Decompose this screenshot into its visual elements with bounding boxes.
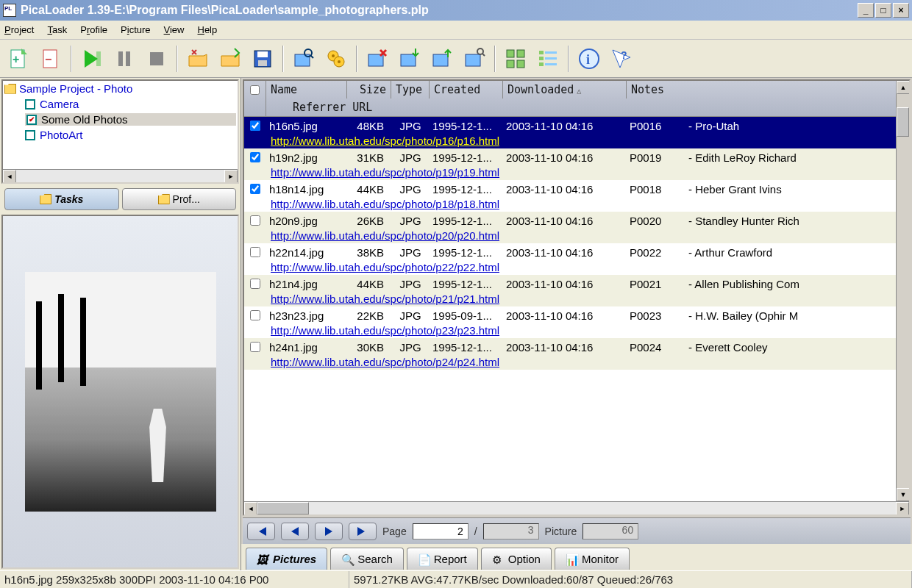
menu-task[interactable]: Task [47, 24, 67, 35]
header-checkbox[interactable] [244, 81, 266, 98]
table-row[interactable]: h21n4.jpg 44KB JPG 1995-12-1... 2003-11-… [244, 275, 909, 306]
scroll-left-icon[interactable]: ◄ [244, 502, 257, 515]
play-button[interactable] [76, 43, 107, 74]
cell-type: JPG [391, 120, 430, 132]
vertical-scrollbar[interactable]: ▲ ▼ [896, 81, 909, 501]
maximize-button[interactable]: □ [875, 3, 891, 18]
scroll-thumb[interactable] [257, 502, 309, 514]
referrer-link[interactable]: http://www.lib.utah.edu/spc/photo/p23/p2… [271, 324, 499, 337]
toolbar-separator [177, 46, 178, 72]
save-button[interactable] [247, 43, 278, 74]
download-picture-button[interactable] [394, 43, 425, 74]
tab-tasks[interactable]: Tasks [4, 188, 119, 210]
tree-checkbox[interactable] [25, 99, 35, 110]
column-notes[interactable]: Notes [627, 81, 909, 98]
tree-item[interactable]: PhotoArt [25, 129, 236, 141]
scroll-track[interactable] [16, 170, 224, 182]
tree-checkbox[interactable]: ✔ [26, 115, 37, 125]
prev-page-button[interactable] [281, 523, 309, 540]
find-button[interactable] [288, 43, 319, 74]
settings-button[interactable] [321, 43, 352, 74]
column-downloaded[interactable]: Downloaded△ [503, 81, 627, 98]
page-input[interactable] [413, 523, 469, 539]
open-button[interactable] [182, 43, 213, 74]
column-type[interactable]: Type [391, 81, 430, 98]
toolbar-separator [282, 46, 284, 72]
row-checkbox[interactable] [250, 279, 260, 289]
column-name[interactable]: Name [266, 81, 347, 98]
table-row[interactable]: h24n1.jpg 30KB JPG 1995-12-1... 2003-11-… [244, 338, 909, 370]
upload-picture-button[interactable] [427, 43, 457, 74]
menu-view[interactable]: View [164, 24, 185, 35]
tab-option[interactable]: ⚙Option [481, 548, 552, 570]
stop-button[interactable] [141, 43, 172, 74]
svg-rect-28 [539, 57, 544, 60]
column-referrer[interactable]: Referrer URL [266, 98, 909, 116]
tab-monitor[interactable]: 📊Monitor [555, 548, 630, 570]
scroll-down-icon[interactable]: ▼ [897, 488, 910, 501]
row-checkbox[interactable] [250, 342, 260, 352]
thumbnail-view-button[interactable] [500, 43, 531, 74]
last-page-button[interactable] [349, 523, 377, 540]
scroll-up-icon[interactable]: ▲ [897, 81, 910, 94]
tree-scrollbar[interactable]: ◄ ► [3, 169, 238, 182]
cell-size: 38KB [347, 246, 391, 259]
cell-id: P0018 [627, 183, 685, 196]
delete-picture-button[interactable] [362, 43, 393, 74]
row-checkbox[interactable] [250, 184, 260, 194]
close-button[interactable]: × [893, 3, 909, 18]
tab-profiles[interactable]: Prof... [122, 188, 237, 210]
scroll-right-icon[interactable]: ► [896, 502, 909, 515]
column-size[interactable]: Size [347, 81, 391, 98]
cell-downloaded: 2003-11-10 04:16 [503, 278, 627, 290]
row-checkbox[interactable] [250, 215, 260, 226]
table-row[interactable]: h19n2.jpg 31KB JPG 1995-12-1... 2003-11-… [244, 148, 909, 180]
right-pane: Name Size Type Created Downloaded△ Notes… [241, 78, 912, 570]
referrer-link[interactable]: http://www.lib.utah.edu/spc/photo/p21/p2… [271, 293, 499, 305]
new-task-button[interactable]: + [3, 43, 34, 74]
tab-search[interactable]: 🔍Search [330, 548, 404, 570]
horizontal-scrollbar[interactable]: ◄ ► [244, 501, 909, 514]
column-created[interactable]: Created [430, 81, 503, 98]
info-button[interactable]: i [574, 43, 605, 74]
referrer-link[interactable]: http://www.lib.utah.edu/spc/photo/p24/p2… [271, 356, 499, 368]
open-recent-button[interactable] [215, 43, 246, 74]
picture-search-button[interactable] [459, 43, 490, 74]
referrer-link[interactable]: http://www.lib.utah.edu/spc/photo/p19/p1… [271, 166, 499, 179]
next-page-button[interactable] [315, 523, 343, 540]
tree-item-label: PhotoArt [40, 129, 82, 141]
row-checkbox[interactable] [250, 121, 260, 131]
row-checkbox[interactable] [250, 310, 260, 320]
tab-pictures[interactable]: 🖼Pictures [246, 548, 327, 570]
tree-item[interactable]: ✔Some Old Photos [25, 113, 236, 126]
list-view-button[interactable] [532, 43, 563, 74]
referrer-link[interactable]: http://www.lib.utah.edu/spc/photo/p20/p2… [271, 229, 499, 242]
table-row[interactable]: h18n14.jpg 44KB JPG 1995-12-1... 2003-11… [244, 180, 909, 212]
remove-task-button[interactable]: − [35, 43, 66, 74]
scroll-left-icon[interactable]: ◄ [3, 170, 16, 183]
menu-project[interactable]: Project [4, 24, 34, 35]
scroll-thumb[interactable] [897, 107, 909, 137]
row-checkbox[interactable] [250, 152, 260, 162]
tree-item[interactable]: Camera [25, 98, 236, 110]
table-row[interactable]: h20n9.jpg 26KB JPG 1995-12-1... 2003-11-… [244, 212, 909, 243]
menu-profile[interactable]: Profile [80, 24, 107, 35]
menu-help[interactable]: Help [198, 24, 218, 35]
tree-checkbox[interactable] [25, 130, 35, 140]
menu-picture[interactable]: Picture [121, 24, 150, 35]
pause-button[interactable] [109, 43, 140, 74]
help-button[interactable]: ? [606, 43, 637, 74]
referrer-link[interactable]: http://www.lib.utah.edu/spc/photo/p22/p2… [271, 261, 499, 273]
referrer-link[interactable]: http://www.lib.utah.edu/spc/photo/p18/p1… [271, 198, 499, 210]
scroll-right-icon[interactable]: ► [224, 170, 238, 183]
row-checkbox[interactable] [250, 247, 260, 257]
table-row[interactable]: h16n5.jpg 48KB JPG 1995-12-1... 2003-11-… [244, 117, 909, 148]
tab-report[interactable]: 📄Report [407, 548, 478, 570]
table-row[interactable]: h22n14.jpg 38KB JPG 1995-12-1... 2003-11… [244, 243, 909, 275]
table-row[interactable]: h23n23.jpg 22KB JPG 1995-09-1... 2003-11… [244, 306, 909, 338]
cell-created: 1995-12-1... [430, 183, 503, 196]
first-page-button[interactable] [247, 523, 275, 540]
referrer-link[interactable]: http://www.lib.utah.edu/spc/photo/p16/p1… [271, 135, 499, 147]
minimize-button[interactable]: _ [858, 3, 874, 18]
tree-root[interactable]: Sample Project - Photo [4, 82, 236, 95]
